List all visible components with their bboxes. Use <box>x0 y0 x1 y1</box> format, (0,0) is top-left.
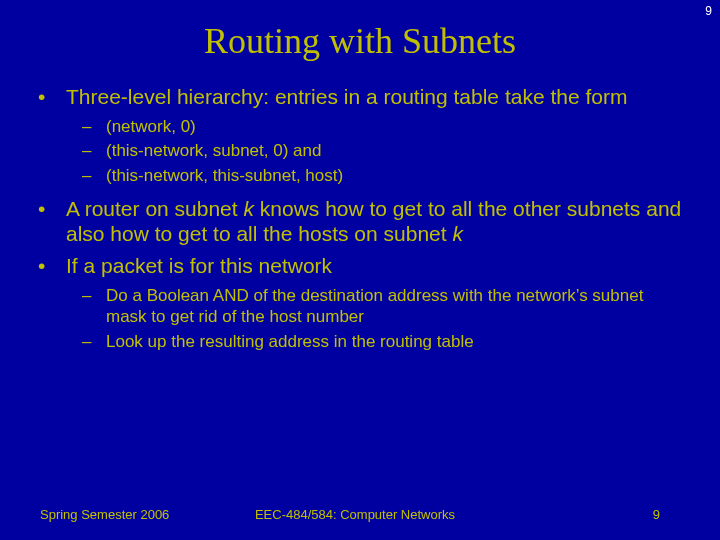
dash-marker-icon: – <box>82 331 106 353</box>
slide: 9 Routing with Subnets • Three-level hie… <box>0 0 720 540</box>
sub-bullet-item: – (this-network, this-subnet, host) <box>34 165 686 187</box>
bullet-text: Three-level hierarchy: entries in a rout… <box>66 84 686 110</box>
page-number-top: 9 <box>705 4 712 18</box>
dash-marker-icon: – <box>82 140 106 162</box>
sub-bullet-item: – Do a Boolean AND of the destination ad… <box>34 285 686 329</box>
footer-left: Spring Semester 2006 <box>40 507 243 522</box>
bullet-item: • Three-level hierarchy: entries in a ro… <box>34 84 686 110</box>
sub-bullet-text: Look up the resulting address in the rou… <box>106 331 686 353</box>
footer-page-number: 9 <box>457 507 680 522</box>
sub-bullet-text: (network, 0) <box>106 116 686 138</box>
bullet-text: A router on subnet k knows how to get to… <box>66 196 686 247</box>
slide-footer: Spring Semester 2006 EEC-484/584: Comput… <box>0 507 720 522</box>
sub-bullet-item: – (this-network, subnet, 0) and <box>34 140 686 162</box>
footer-center: EEC-484/584: Computer Networks <box>243 507 456 522</box>
sub-bullet-item: – Look up the resulting address in the r… <box>34 331 686 353</box>
slide-body: • Three-level hierarchy: entries in a ro… <box>0 84 720 353</box>
bullet-marker-icon: • <box>34 84 66 110</box>
bullet-marker-icon: • <box>34 253 66 279</box>
bullet-item: • If a packet is for this network <box>34 253 686 279</box>
dash-marker-icon: – <box>82 285 106 329</box>
sub-bullet-text: Do a Boolean AND of the destination addr… <box>106 285 686 329</box>
bullet-text: If a packet is for this network <box>66 253 686 279</box>
slide-title: Routing with Subnets <box>0 0 720 84</box>
sub-bullet-text: (this-network, subnet, 0) and <box>106 140 686 162</box>
dash-marker-icon: – <box>82 165 106 187</box>
bullet-item: • A router on subnet k knows how to get … <box>34 196 686 247</box>
sub-bullet-item: – (network, 0) <box>34 116 686 138</box>
bullet-marker-icon: • <box>34 196 66 247</box>
dash-marker-icon: – <box>82 116 106 138</box>
sub-bullet-text: (this-network, this-subnet, host) <box>106 165 686 187</box>
